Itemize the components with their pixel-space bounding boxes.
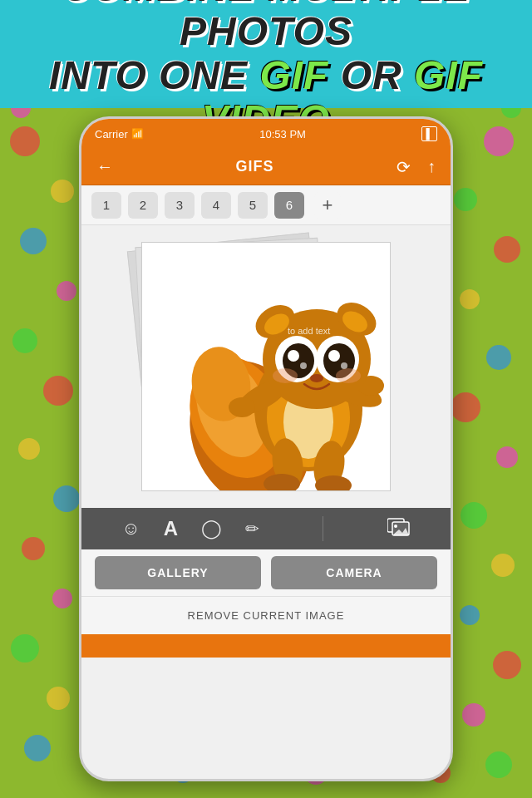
svg-point-23 <box>460 605 480 625</box>
svg-point-26 <box>485 751 512 778</box>
svg-point-5 <box>12 328 37 353</box>
status-bar: Carrier 📶 10:53 PM ▌ <box>81 119 451 149</box>
svg-point-6 <box>43 376 73 406</box>
svg-point-18 <box>486 345 511 370</box>
tab-6[interactable]: 6 <box>274 192 304 219</box>
svg-point-67 <box>273 368 298 383</box>
svg-point-15 <box>454 188 477 211</box>
svg-point-68 <box>336 368 361 383</box>
svg-point-4 <box>57 281 76 301</box>
share-button[interactable]: ↑ <box>424 154 439 180</box>
svg-point-24 <box>493 651 521 679</box>
svg-point-63 <box>300 362 307 369</box>
svg-point-22 <box>491 554 515 577</box>
svg-point-8 <box>53 485 80 512</box>
svg-point-65 <box>341 362 347 369</box>
squirrel-illustration: to add text <box>142 243 391 491</box>
svg-point-9 <box>22 537 45 560</box>
battery-icon: ▌ <box>421 126 437 141</box>
svg-point-20 <box>496 446 518 468</box>
svg-point-11 <box>11 634 39 663</box>
brush-tool-button[interactable]: ✏ <box>245 519 259 539</box>
time-display: 10:53 PM <box>259 128 306 140</box>
back-button[interactable]: ← <box>93 154 116 180</box>
camera-button[interactable]: CAMERA <box>271 556 437 589</box>
svg-point-2 <box>51 180 74 203</box>
gallery-button[interactable]: GALLERY <box>95 556 261 589</box>
header-banner: COMBINE MULTIPLE PHOTOS INTO ONE GIF or … <box>0 0 532 108</box>
status-right: ▌ <box>421 126 437 141</box>
svg-point-17 <box>460 289 480 309</box>
svg-point-19 <box>451 392 480 422</box>
tabs-row: 1 2 3 4 5 6 + <box>81 185 451 225</box>
svg-point-72 <box>394 525 397 528</box>
nav-right: ⟳ ↑ <box>393 154 439 180</box>
emoji-tool-button[interactable]: ☺ <box>121 518 140 539</box>
refresh-button[interactable]: ⟳ <box>393 154 414 180</box>
tab-1[interactable]: 1 <box>91 192 121 219</box>
header-line1: COMBINE MULTIPLE PHOTOS <box>62 0 470 53</box>
toolbar: ☺ A ◯ ✏ <box>81 508 451 549</box>
text-tool-button[interactable]: A <box>164 517 178 540</box>
nav-title: GIFS <box>235 158 273 175</box>
svg-point-25 <box>462 703 485 727</box>
status-left: Carrier 📶 <box>95 128 144 140</box>
canvas-area: to add text <box>81 225 451 508</box>
filter-tool-button[interactable]: ◯ <box>201 518 222 539</box>
svg-point-3 <box>20 228 47 254</box>
svg-point-66 <box>310 374 323 382</box>
tab-add-button[interactable]: + <box>314 192 341 219</box>
carrier-label: Carrier <box>95 128 128 140</box>
svg-point-16 <box>494 236 520 263</box>
svg-point-13 <box>24 735 51 761</box>
stack-main-photo: to add text <box>141 242 391 491</box>
svg-point-47 <box>229 397 255 417</box>
remove-section: REMOVE CURRENT IMAGE <box>81 596 451 634</box>
nav-bar: ← GIFS ⟳ ↑ <box>81 149 451 185</box>
toolbar-main-tools: ☺ A ◯ ✏ <box>121 517 259 540</box>
tab-5[interactable]: 5 <box>238 192 268 219</box>
photo-stack: to add text <box>141 242 391 491</box>
wifi-icon: 📶 <box>131 128 144 140</box>
tab-3[interactable]: 3 <box>165 192 195 219</box>
svg-point-64 <box>328 350 340 362</box>
orange-bottom-bar <box>81 634 451 658</box>
action-buttons: GALLERY CAMERA <box>81 549 451 596</box>
tab-4[interactable]: 4 <box>201 192 231 219</box>
svg-text:to add text: to add text <box>288 326 330 336</box>
phone-mockup: Carrier 📶 10:53 PM ▌ ← GIFS ⟳ ↑ 1 2 3 4 … <box>79 116 453 781</box>
tab-2[interactable]: 2 <box>128 192 158 219</box>
remove-current-image-button[interactable]: REMOVE CURRENT IMAGE <box>188 609 345 622</box>
gallery-switch-button[interactable] <box>387 517 411 541</box>
toolbar-divider <box>323 516 323 541</box>
svg-point-62 <box>288 350 299 362</box>
svg-point-10 <box>52 589 72 608</box>
svg-point-12 <box>47 687 70 710</box>
svg-point-7 <box>18 438 40 460</box>
svg-point-21 <box>461 502 487 529</box>
